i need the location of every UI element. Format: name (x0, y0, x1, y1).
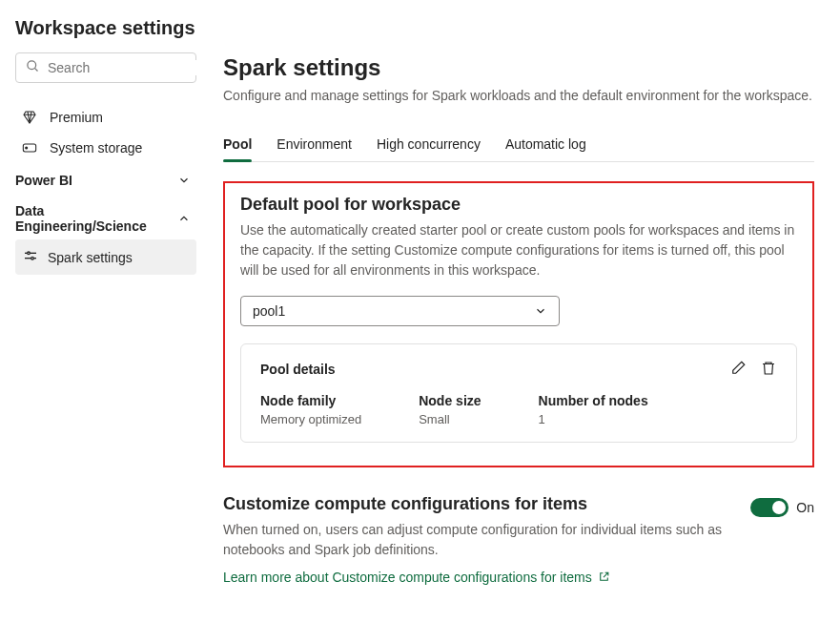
pool-field-number-nodes: Number of nodes 1 (539, 393, 648, 426)
sidebar-item-label: System storage (50, 140, 142, 156)
tab-high-concurrency[interactable]: High concurrency (377, 129, 481, 161)
sliders-icon (23, 248, 38, 266)
sidebar-section-label: Data Engineering/Science (15, 203, 177, 234)
sidebar-section-data-engineering[interactable]: Data Engineering/Science (15, 194, 196, 239)
default-pool-section: Default pool for workspace Use the autom… (223, 181, 814, 467)
svg-point-6 (28, 252, 31, 255)
external-link-icon (598, 570, 610, 583)
sidebar-item-premium[interactable]: Premium (15, 102, 196, 133)
pool-field-label: Number of nodes (539, 393, 648, 408)
pool-field-value: 1 (539, 412, 648, 426)
pool-field-node-family: Node family Memory optimized (260, 393, 361, 426)
chevron-down-icon (177, 174, 191, 187)
default-pool-heading: Default pool for workspace (240, 195, 797, 215)
toggle-state-label: On (796, 500, 814, 515)
pencil-icon (729, 360, 747, 377)
sidebar-subitem-label: Spark settings (48, 250, 133, 265)
sidebar-item-spark-settings[interactable]: Spark settings (15, 239, 196, 275)
storage-icon (21, 142, 38, 154)
search-icon (26, 59, 40, 76)
pool-select-dropdown[interactable]: pool1 (240, 296, 560, 326)
search-input[interactable] (48, 60, 215, 75)
svg-point-3 (26, 147, 28, 149)
svg-point-7 (31, 257, 34, 259)
main-description: Configure and manage settings for Spark … (223, 87, 814, 106)
learn-more-text: Learn more about Customize compute confi… (223, 570, 592, 585)
edit-button[interactable] (729, 360, 747, 380)
main-content: Spark settings Configure and manage sett… (223, 52, 814, 585)
tab-pool[interactable]: Pool (223, 129, 252, 161)
sidebar-item-label: Premium (50, 110, 103, 125)
sidebar-section-label: Power BI (15, 173, 72, 188)
customize-toggle[interactable] (750, 498, 789, 517)
sidebar-item-system-storage[interactable]: System storage (15, 133, 196, 163)
pool-field-label: Node family (260, 393, 361, 408)
learn-more-link[interactable]: Learn more about Customize compute confi… (223, 570, 610, 585)
sidebar-section-power-bi[interactable]: Power BI (15, 163, 196, 194)
chevron-up-icon (177, 212, 191, 225)
pool-select-value: pool1 (253, 303, 285, 319)
tabs: Pool Environment High concurrency Automa… (223, 129, 814, 162)
page-title: Workspace settings (15, 17, 825, 39)
svg-line-1 (34, 68, 37, 71)
customize-description: When turned on, users can adjust compute… (223, 520, 731, 560)
main-title: Spark settings (223, 54, 814, 81)
delete-button[interactable] (760, 360, 777, 380)
pool-field-value: Small (419, 412, 481, 426)
pool-details-card: Pool details Node family Memory optimize… (240, 343, 797, 443)
tab-automatic-log[interactable]: Automatic log (505, 129, 586, 161)
sidebar: Premium System storage Power BI Data Eng… (15, 52, 196, 585)
customize-heading: Customize compute configurations for ite… (223, 494, 731, 514)
pool-field-label: Node size (419, 393, 481, 408)
customize-section: Customize compute configurations for ite… (223, 494, 814, 585)
trash-icon (760, 360, 777, 377)
default-pool-description: Use the automatically created starter po… (240, 220, 797, 280)
tab-environment[interactable]: Environment (277, 129, 352, 161)
search-box[interactable] (15, 52, 196, 83)
diamond-icon (21, 110, 38, 125)
chevron-down-icon (534, 304, 547, 318)
pool-details-title: Pool details (260, 362, 336, 377)
pool-field-node-size: Node size Small (419, 393, 481, 426)
svg-point-0 (28, 61, 36, 70)
pool-field-value: Memory optimized (260, 412, 361, 426)
